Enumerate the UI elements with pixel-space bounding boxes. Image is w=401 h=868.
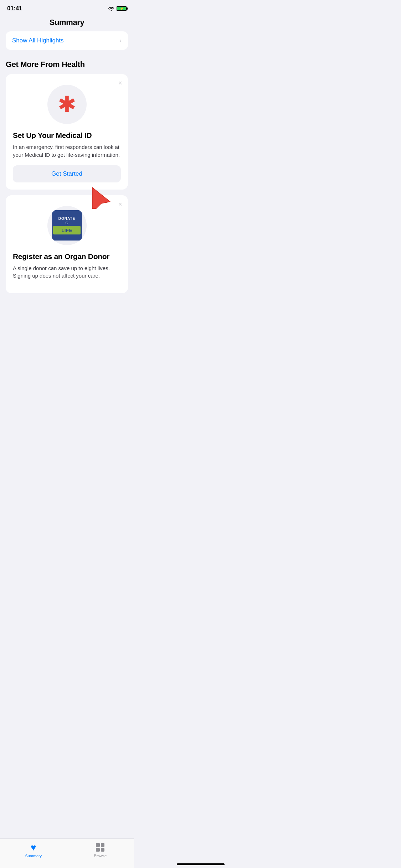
svg-marker-0	[92, 187, 110, 209]
donate-life-logo: DONATE ⊙ LIFE	[52, 210, 82, 241]
organ-donor-title: Register as an Organ Donor	[13, 252, 121, 261]
nav-bar: Summary	[0, 14, 134, 31]
arrow-pointer-icon	[89, 184, 117, 209]
medical-asterisk-icon: ✱	[58, 93, 76, 115]
donate-life-icon-container: DONATE ⊙ LIFE	[47, 206, 87, 245]
status-icons: ⚡	[108, 6, 127, 11]
highlights-label: Show All Highlights	[12, 37, 64, 44]
donate-life-bottom: LIFE	[53, 226, 81, 234]
medical-id-icon-container: ✱	[47, 85, 87, 124]
battery-icon: ⚡	[117, 6, 127, 11]
status-bar: 01:41 ⚡	[0, 0, 134, 14]
show-all-highlights-button[interactable]: Show All Highlights ›	[6, 31, 128, 50]
cursor-arrow-indicator	[89, 184, 117, 210]
donate-life-text: LIFE	[61, 228, 72, 233]
main-content: Show All Highlights › Get More From Heal…	[0, 31, 134, 327]
medical-id-title: Set Up Your Medical ID	[13, 131, 121, 140]
page-title: Summary	[50, 18, 84, 27]
organ-donor-description: A single donor can save up to eight live…	[13, 264, 121, 280]
donate-top-text: DONATE	[58, 217, 75, 221]
chevron-right-icon: ›	[120, 37, 122, 44]
get-started-button[interactable]: Get Started	[13, 165, 121, 182]
donate-symbol: ⊙	[65, 221, 68, 225]
wifi-icon	[108, 6, 114, 11]
close-medical-id-button[interactable]: ×	[118, 80, 122, 86]
medical-id-description: In an emergency, first responders can lo…	[13, 143, 121, 159]
section-header: Get More From Health	[6, 60, 128, 69]
medical-id-card: × ✱ Set Up Your Medical ID In an emergen…	[6, 74, 128, 190]
close-donate-life-button[interactable]: ×	[118, 201, 122, 207]
get-started-label: Get Started	[51, 170, 82, 177]
status-time: 01:41	[7, 5, 22, 12]
